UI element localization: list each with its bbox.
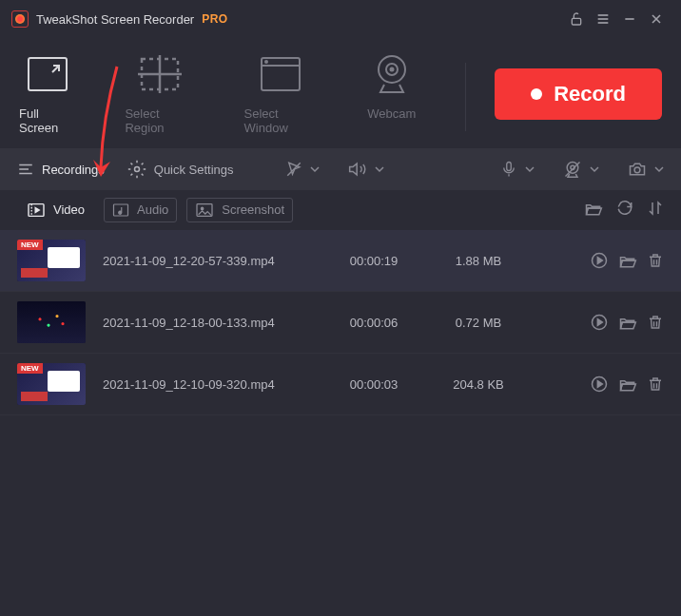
svg-point-33 [202, 207, 204, 209]
delete-button[interactable] [647, 313, 664, 332]
thumbnail [17, 301, 86, 343]
folder-open-icon [618, 375, 637, 393]
svg-point-27 [634, 167, 640, 173]
close-icon [649, 11, 664, 27]
play-button[interactable] [590, 251, 609, 270]
gear-icon [127, 160, 146, 179]
quick-settings-label: Quick Settings [154, 163, 234, 177]
cursor-disabled-icon [285, 161, 302, 178]
mode-window[interactable]: Select Window [244, 55, 319, 135]
tab-screenshot[interactable]: Screenshot [186, 198, 293, 222]
svg-point-16 [390, 68, 393, 71]
region-icon [137, 55, 183, 93]
mode-webcam[interactable]: Webcam [367, 55, 416, 121]
minimize-icon [622, 11, 637, 27]
open-location-button[interactable] [618, 314, 637, 331]
close-button[interactable] [643, 6, 670, 32]
mode-label: Select Region [125, 106, 194, 135]
file-row[interactable]: NEW 2021-11-09_12-20-57-339.mp4 00:00:19… [0, 230, 681, 292]
webcam-toggle[interactable] [563, 160, 599, 179]
file-list: NEW 2021-11-09_12-20-57-339.mp4 00:00:19… [0, 230, 681, 415]
file-duration: 00:00:03 [321, 377, 426, 392]
trash-icon [647, 251, 664, 270]
tab-label: Audio [137, 202, 168, 217]
thumbnail: NEW [17, 240, 86, 281]
trash-icon [647, 313, 664, 332]
settings-bar: Recordings Quick Settings [0, 148, 681, 190]
speaker-toggle[interactable] [348, 160, 384, 179]
record-dot-icon [531, 88, 542, 100]
unlock-icon [569, 11, 584, 27]
tab-video[interactable]: Video [17, 197, 94, 223]
webcam-disabled-icon [563, 160, 582, 179]
hamburger-icon [595, 11, 611, 27]
chevron-down-icon [525, 164, 535, 174]
svg-rect-23 [507, 163, 512, 171]
chevron-down-icon [310, 164, 320, 174]
tab-label: Video [53, 202, 85, 217]
svg-marker-22 [349, 164, 357, 175]
new-badge: NEW [17, 363, 43, 374]
svg-point-24 [567, 163, 578, 174]
camera-icon [628, 160, 647, 179]
screenshot-icon [195, 202, 214, 218]
play-button[interactable] [590, 375, 609, 394]
file-size: 0.72 MB [426, 316, 531, 330]
mode-label: Select Window [244, 106, 319, 135]
mode-label: Webcam [367, 106, 416, 121]
play-icon [590, 251, 609, 270]
tab-label: Screenshot [222, 202, 284, 217]
audio-icon [112, 202, 129, 218]
file-row[interactable]: NEW 2021-11-09_12-10-09-320.mp4 00:00:03… [0, 354, 681, 415]
new-badge: NEW [17, 240, 43, 250]
refresh-icon [616, 200, 633, 217]
trash-icon [647, 375, 664, 394]
tab-audio[interactable]: Audio [104, 198, 177, 222]
mode-toolbar: Full Screen Select Region Select Window … [0, 38, 681, 148]
sort-icon [647, 200, 664, 217]
svg-rect-7 [29, 58, 67, 90]
file-duration: 00:00:06 [321, 316, 426, 330]
fullscreen-icon [25, 55, 70, 93]
svg-rect-0 [572, 18, 580, 25]
delete-button[interactable] [647, 251, 664, 270]
thumbnail: NEW [17, 363, 86, 405]
mic-toggle[interactable] [500, 161, 535, 178]
minimize-button[interactable] [616, 6, 643, 32]
menu-button[interactable] [590, 6, 616, 32]
titlebar: TweakShot Screen Recorder PRO [0, 0, 681, 38]
mode-region[interactable]: Select Region [125, 55, 194, 135]
open-location-button[interactable] [618, 375, 637, 393]
recordings-tab[interactable]: Recordings [17, 161, 105, 178]
open-folder-button[interactable] [584, 200, 603, 221]
svg-point-20 [134, 167, 139, 172]
play-icon [590, 375, 609, 394]
refresh-button[interactable] [616, 200, 633, 221]
file-size: 1.88 MB [426, 254, 531, 268]
file-name: 2021-11-09_12-10-09-320.mp4 [103, 377, 321, 392]
mode-fullscreen[interactable]: Full Screen [19, 55, 75, 135]
record-button[interactable]: Record [495, 68, 662, 120]
quick-settings-button[interactable]: Quick Settings [127, 160, 234, 179]
mode-label: Full Screen [19, 106, 75, 135]
sort-button[interactable] [647, 200, 664, 221]
file-name: 2021-11-09_12-18-00-133.mp4 [103, 316, 321, 330]
camera-toggle[interactable] [628, 160, 664, 179]
file-duration: 00:00:19 [321, 254, 426, 268]
unlock-button[interactable] [563, 6, 590, 32]
tabs-bar: Video Audio Screenshot [0, 190, 681, 230]
mic-icon [500, 161, 517, 178]
pro-badge: PRO [202, 12, 228, 26]
cursor-toggle[interactable] [285, 161, 320, 178]
folder-open-icon [618, 314, 637, 331]
folder-open-icon [618, 252, 637, 269]
play-button[interactable] [590, 313, 609, 332]
speaker-icon [348, 160, 367, 179]
delete-button[interactable] [647, 375, 664, 394]
window-icon [258, 55, 303, 93]
chevron-down-icon [590, 164, 599, 174]
chevron-down-icon [654, 164, 664, 174]
file-row[interactable]: 2021-11-09_12-18-00-133.mp4 00:00:06 0.7… [0, 292, 681, 354]
webcam-icon [369, 55, 415, 93]
open-location-button[interactable] [618, 252, 637, 269]
